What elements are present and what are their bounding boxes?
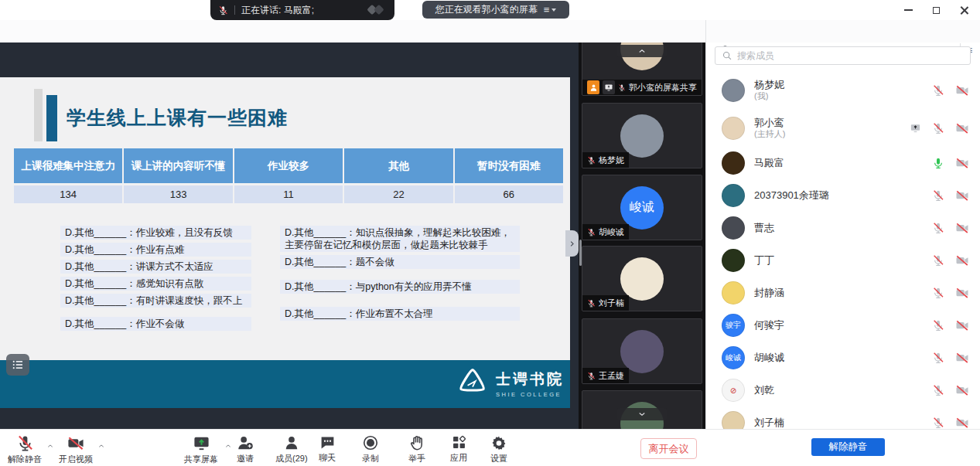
member-search-box[interactable] xyxy=(715,46,971,65)
video-thumbnail[interactable]: 王孟婕 xyxy=(582,318,702,384)
note-item: D.其他______：作业有点难 xyxy=(60,243,251,257)
slide-footer-band: 士谔书院 SHIE COLLEGE xyxy=(0,360,570,408)
chat-button[interactable]: 聊天 xyxy=(319,434,336,464)
watching-screen-pill[interactable]: 您正在观看郭小鸾的屏幕 ≡ xyxy=(422,1,569,19)
collapse-strip-button[interactable] xyxy=(617,45,667,57)
table-value-row: 134 133 11 22 66 xyxy=(14,183,563,203)
member-row[interactable]: 峻诚 胡峻诚 xyxy=(706,342,980,374)
share-options-chevron-icon[interactable] xyxy=(224,442,232,450)
unmute-button[interactable]: 解除静音 xyxy=(8,434,42,465)
camera-off-icon[interactable] xyxy=(955,189,969,202)
notes-right-column: D.其他______：知识点很抽象，理解起来比较困难，主要停留在记忆和模仿层面，… xyxy=(280,226,520,324)
camera-off-icon[interactable] xyxy=(955,318,969,332)
close-icon[interactable] xyxy=(954,2,974,19)
video-thumbnail[interactable]: 杨梦妮 xyxy=(582,103,702,168)
member-name: 封静涵 xyxy=(754,287,784,299)
camera-off-icon[interactable] xyxy=(955,121,969,135)
leave-meeting-button[interactable]: 离开会议 xyxy=(640,438,697,459)
title-accent-blue xyxy=(46,95,57,141)
member-row[interactable]: 20373901余瑾璐 xyxy=(706,179,980,212)
member-row[interactable]: 骏宇 何骏宇 xyxy=(706,309,980,342)
mic-muted-icon[interactable] xyxy=(932,189,944,202)
mic-muted-icon[interactable] xyxy=(932,384,944,396)
mic-muted-icon[interactable] xyxy=(932,417,944,429)
mic-muted-icon[interactable] xyxy=(932,122,944,134)
member-name: 胡峻诚 xyxy=(754,352,784,364)
invite-button[interactable]: 邀请 xyxy=(237,434,254,464)
video-thumbnail[interactable]: 峻诚 胡峻诚 xyxy=(582,175,702,240)
camera-off-icon[interactable] xyxy=(955,253,969,267)
mic-muted-icon[interactable] xyxy=(932,319,944,332)
search-input[interactable] xyxy=(737,50,964,61)
bottom-toolbar: 解除静音 开启视频 共享屏幕 邀请 成员(29) 聊天 录制 xyxy=(0,429,980,466)
member-row[interactable]: 杨梦妮(我) xyxy=(706,71,980,109)
search-icon xyxy=(722,50,732,61)
person-plus-icon xyxy=(237,434,254,451)
share-screen-button[interactable]: 共享屏幕 xyxy=(184,434,218,465)
camera-off-icon[interactable] xyxy=(955,416,969,429)
mic-muted-icon xyxy=(587,228,596,236)
raise-hand-button[interactable]: 举手 xyxy=(408,434,425,464)
mic-muted-icon[interactable] xyxy=(932,352,944,364)
mic-muted-icon xyxy=(218,5,228,15)
screen-options-menu-icon[interactable]: ≡ xyxy=(544,4,557,15)
panel-unmute-button[interactable]: 解除静音 xyxy=(811,438,885,456)
record-button[interactable]: 录制 xyxy=(362,434,379,464)
mic-muted-icon[interactable] xyxy=(932,287,944,299)
camera-off-icon[interactable] xyxy=(955,286,969,300)
member-row[interactable]: 刘子楠 xyxy=(706,406,980,429)
member-row[interactable]: 丁丁 xyxy=(706,244,980,277)
member-name: 郭小鸾 xyxy=(754,117,785,129)
camera-off-icon[interactable] xyxy=(955,383,969,397)
mic-muted-icon[interactable] xyxy=(932,222,944,234)
title-accent-gray xyxy=(34,89,43,141)
meeting-window: 正在讲话: 马殿富; 您正在观看郭小鸾的屏幕 ≡ 00:32 演讲者视图 xyxy=(0,0,980,466)
chevron-right-icon xyxy=(568,240,576,248)
note-item: D.其他______：作业布置不太合理 xyxy=(280,307,520,321)
camera-off-icon[interactable] xyxy=(955,221,969,235)
avatar: 骏宇 xyxy=(722,314,745,337)
member-row[interactable]: ⊘ 刘乾 xyxy=(706,374,980,406)
apps-button[interactable]: 应用 xyxy=(450,434,467,464)
avatar xyxy=(722,117,745,140)
thumbnail-name: 王孟婕 xyxy=(599,370,624,382)
video-thumbnail[interactable]: 郭小鸾的屏幕共享 xyxy=(582,43,702,96)
member-row[interactable]: 封静涵 xyxy=(706,277,980,309)
mic-options-chevron-icon[interactable] xyxy=(46,442,54,450)
hand-icon xyxy=(408,434,425,451)
video-thumbnail[interactable] xyxy=(582,390,702,429)
members-button[interactable]: 成员(29) xyxy=(275,434,308,464)
presentation-slide: 学生线上上课有一些困难 上课很难集中注意力 课上讲的内容听不懂 作业较多 其他 … xyxy=(0,77,570,408)
thumbnail-scrollbar[interactable] xyxy=(579,240,582,266)
avatar: ⊘ xyxy=(722,379,745,402)
mic-muted-icon xyxy=(16,434,34,452)
mic-muted-icon[interactable] xyxy=(932,254,944,267)
mic-active-icon[interactable] xyxy=(932,157,944,169)
settings-button[interactable]: 设置 xyxy=(490,434,507,464)
active-speaker-label: 正在讲话: 马殿富; xyxy=(241,4,314,17)
video-thumbnail[interactable]: 刘子楠 xyxy=(582,246,702,311)
thumbnail-strip-expander[interactable] xyxy=(565,230,579,257)
slide-outline-widget[interactable] xyxy=(6,354,29,376)
video-options-chevron-icon[interactable] xyxy=(97,442,105,450)
presenter-badge-icon xyxy=(587,80,599,94)
shared-screen-stage: 学生线上上课有一些困难 上课很难集中注意力 课上讲的内容听不懂 作业较多 其他 … xyxy=(0,43,579,429)
college-name-cn: 士谔书院 xyxy=(496,369,564,389)
table-header-row: 上课很难集中注意力 课上讲的内容听不懂 作业较多 其他 暂时没有困难 xyxy=(14,148,563,183)
minimize-icon[interactable] xyxy=(898,2,918,19)
member-name: 马殿富 xyxy=(754,157,784,169)
college-logo-icon xyxy=(456,366,490,400)
mic-muted-icon[interactable] xyxy=(932,84,944,97)
scroll-down-button[interactable] xyxy=(617,408,667,420)
camera-off-icon[interactable] xyxy=(955,156,969,170)
member-row[interactable]: 郭小鸾(主持人) xyxy=(706,109,980,147)
start-video-button[interactable]: 开启视频 xyxy=(59,434,93,465)
maximize-icon[interactable] xyxy=(926,2,946,19)
camera-off-icon[interactable] xyxy=(955,83,969,97)
record-icon xyxy=(362,434,379,451)
member-name: 杨梦妮 xyxy=(754,79,784,91)
camera-off-icon[interactable] xyxy=(955,351,969,365)
member-row[interactable]: 马殿富 xyxy=(706,147,980,179)
screen-share-badge-icon xyxy=(603,80,615,94)
member-row[interactable]: 曹志 xyxy=(706,212,980,244)
